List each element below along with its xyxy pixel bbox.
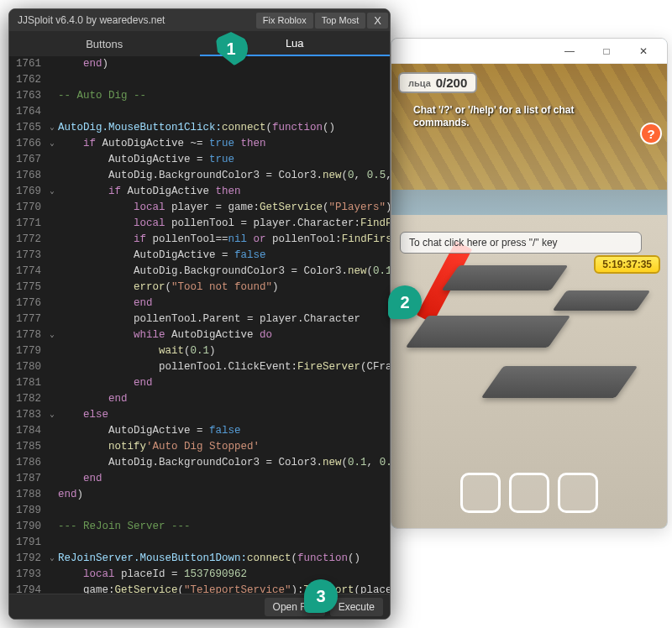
code-line[interactable]: 1776 end xyxy=(9,296,390,311)
code-text[interactable]: ReJoinServer.MouseButton1Down:connect(fu… xyxy=(58,551,360,567)
code-line[interactable]: 1792⌄ReJoinServer.MouseButton1Down:conne… xyxy=(9,551,390,567)
code-line[interactable]: 1784 AutoDigActive = false xyxy=(9,423,390,439)
code-text[interactable]: end) xyxy=(58,56,108,72)
help-icon[interactable]: ? xyxy=(640,123,662,144)
maximize-button[interactable]: □ xyxy=(590,41,623,61)
code-text[interactable]: end xyxy=(58,471,102,487)
fix-roblox-button[interactable]: Fix Roblox xyxy=(256,13,313,29)
game-viewport[interactable]: льца 0/200 Chat '/?' or '/help' for a li… xyxy=(391,64,667,528)
code-line[interactable]: 1780 pollenTool.ClickEvent:FireServer(CF… xyxy=(9,359,390,375)
code-line[interactable]: 1788end) xyxy=(9,487,390,503)
hotbar-slot[interactable] xyxy=(509,473,549,513)
code-text[interactable]: AutoDig.BackgroundColor3 = Color3.new(0.… xyxy=(58,455,390,471)
timer-badge: 5:19:37:35 xyxy=(594,255,660,274)
code-text[interactable]: AutoDigActive = false xyxy=(58,248,266,264)
score-label: льца xyxy=(408,78,431,88)
code-text[interactable]: if pollenTool==nil or pollenTool:FindFir… xyxy=(58,232,390,248)
code-line[interactable]: 1782 end xyxy=(9,391,390,407)
code-text[interactable]: -- Auto Dig -- xyxy=(58,88,146,104)
code-text[interactable]: local placeId = 1537690962 xyxy=(58,567,247,583)
line-number: 1778 xyxy=(9,327,46,343)
code-line[interactable]: 1777 pollenTool.Parent = player.Characte… xyxy=(9,311,390,327)
code-line[interactable]: 1774 AutoDig.BackgroundColor3 = Color3.n… xyxy=(9,264,390,280)
code-text[interactable]: if AutoDigActive then xyxy=(58,184,241,200)
fold-toggle xyxy=(46,311,58,327)
code-text[interactable]: pollenTool.ClickEvent:FireServer(CFrame. xyxy=(58,359,390,375)
code-text[interactable]: local player = game:GetService("Players"… xyxy=(58,200,390,216)
code-line[interactable]: 1766⌄ if AutoDigActive ~= true then xyxy=(9,136,390,152)
fold-toggle[interactable]: ⌄ xyxy=(46,184,58,200)
top-most-button[interactable]: Top Most xyxy=(315,13,366,29)
code-line[interactable]: 1769⌄ if AutoDigActive then xyxy=(9,184,390,200)
fold-toggle[interactable]: ⌄ xyxy=(46,407,58,423)
code-line[interactable]: 1781 end xyxy=(9,375,390,391)
fold-toggle xyxy=(46,359,58,375)
code-line[interactable]: 1761 end) xyxy=(9,56,390,72)
tab-buttons[interactable]: Buttons xyxy=(9,31,200,56)
fold-toggle[interactable]: ⌄ xyxy=(46,136,58,152)
line-number: 1790 xyxy=(9,519,46,535)
code-line[interactable]: 1786 AutoDig.BackgroundColor3 = Color3.n… xyxy=(9,455,390,471)
code-line[interactable]: 1793 local placeId = 1537690962 xyxy=(9,567,390,583)
code-line[interactable]: 1767 AutoDigActive = true xyxy=(9,152,390,168)
code-line[interactable]: 1778⌄ while AutoDigActive do xyxy=(9,327,390,343)
code-text[interactable]: AutoDig.BackgroundColor3 = Color3.new(0,… xyxy=(58,168,390,184)
line-number: 1788 xyxy=(9,487,46,503)
code-text[interactable]: AutoDigActive = true xyxy=(58,152,234,168)
line-number: 1782 xyxy=(9,391,46,407)
code-text[interactable]: local pollenTool = player.Character:Find… xyxy=(58,216,390,232)
code-line[interactable]: 1791 xyxy=(9,535,390,551)
code-text[interactable]: wait(0.1) xyxy=(58,343,216,359)
code-line[interactable]: 1787 end xyxy=(9,471,390,487)
code-line[interactable]: 1763-- Auto Dig -- xyxy=(9,88,390,104)
code-line[interactable]: 1779 wait(0.1) xyxy=(9,343,390,359)
line-number: 1776 xyxy=(9,296,46,311)
code-text[interactable]: end) xyxy=(58,487,83,503)
fold-toggle[interactable]: ⌄ xyxy=(46,327,58,343)
code-text[interactable]: AutoDig.BackgroundColor3 = Color3.new(0.… xyxy=(58,264,390,280)
code-line[interactable]: 1762 xyxy=(9,72,390,88)
fold-toggle xyxy=(46,280,58,296)
code-line[interactable]: 1790--- ReJoin Server --- xyxy=(9,519,390,535)
code-line[interactable]: 1770 local player = game:GetService("Pla… xyxy=(9,200,390,216)
fold-toggle[interactable]: ⌄ xyxy=(46,120,58,136)
code-line[interactable]: 1783⌄ else xyxy=(9,407,390,423)
fold-toggle[interactable]: ⌄ xyxy=(46,551,58,567)
hotbar-slot[interactable] xyxy=(460,473,501,513)
code-text[interactable]: AutoDig.MouseButton1Click:connect(functi… xyxy=(58,120,335,136)
code-text[interactable]: error("Tool not found") xyxy=(58,280,279,296)
code-line[interactable]: 1768 AutoDig.BackgroundColor3 = Color3.n… xyxy=(9,168,390,184)
code-text[interactable]: notify'Auto Dig Stopped' xyxy=(58,439,260,455)
line-number: 1774 xyxy=(9,264,46,280)
execute-button[interactable]: Execute xyxy=(330,598,383,616)
minimize-button[interactable]: — xyxy=(553,41,586,61)
code-line[interactable]: 1772 if pollenTool==nil or pollenTool:Fi… xyxy=(9,232,390,248)
code-line[interactable]: 1764 xyxy=(9,104,390,120)
line-number: 1780 xyxy=(9,359,46,375)
code-text[interactable]: end xyxy=(58,391,128,407)
code-line[interactable]: 1775 error("Tool not found") xyxy=(9,280,390,296)
chat-input[interactable]: To chat click here or press "/" key xyxy=(400,232,642,254)
code-editor[interactable]: 1761 end)17621763-- Auto Dig --17641765⌄… xyxy=(9,56,390,594)
code-text[interactable]: AutoDigActive = false xyxy=(58,423,241,439)
close-button[interactable]: ✕ xyxy=(627,41,660,61)
code-text[interactable]: --- ReJoin Server --- xyxy=(58,519,191,535)
code-text[interactable]: end xyxy=(58,296,153,311)
line-number: 1766 xyxy=(9,136,46,152)
code-text[interactable]: else xyxy=(58,407,108,423)
code-text[interactable]: if AutoDigActive ~= true then xyxy=(58,136,266,152)
code-line[interactable]: 1789 xyxy=(9,503,390,519)
code-line[interactable]: 1771 local pollenTool = player.Character… xyxy=(9,216,390,232)
platform xyxy=(553,290,651,311)
code-line[interactable]: 1785 notify'Auto Dig Stopped' xyxy=(9,439,390,455)
line-number: 1794 xyxy=(9,583,46,594)
editor-close-button[interactable]: X xyxy=(367,13,388,29)
code-text[interactable]: game:GetService("TeleportService"):Telep… xyxy=(58,583,390,594)
hotbar-slot[interactable] xyxy=(558,473,598,513)
hotbar xyxy=(460,473,598,513)
code-text[interactable]: end xyxy=(58,375,153,391)
code-text[interactable]: while AutoDigActive do xyxy=(58,327,272,343)
code-line[interactable]: 1765⌄AutoDig.MouseButton1Click:connect(f… xyxy=(9,120,390,136)
code-text[interactable]: pollenTool.Parent = player.Character xyxy=(58,311,360,327)
code-line[interactable]: 1773 AutoDigActive = false xyxy=(9,248,390,264)
